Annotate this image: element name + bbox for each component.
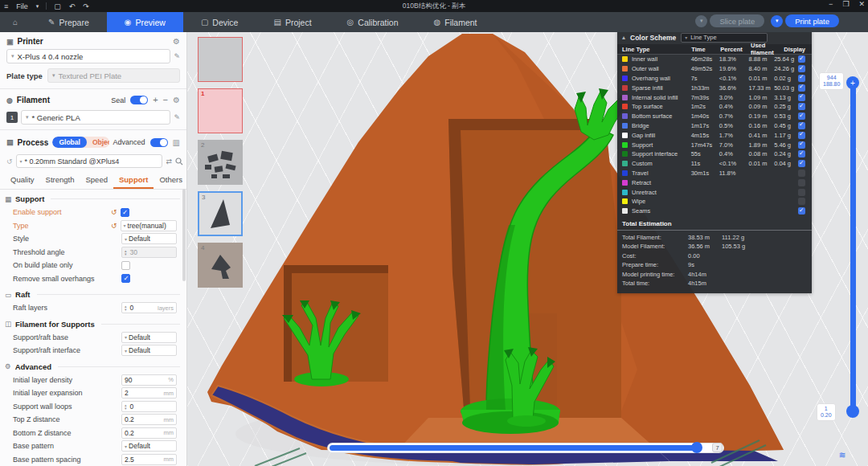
close-button[interactable]: ✕ [858,0,865,8]
display-checkbox[interactable] [798,112,805,120]
tab-home[interactable]: ⌂ [0,12,31,32]
display-checkbox[interactable] [798,75,805,82]
tab-strength[interactable]: Strength [40,173,80,189]
viewport-3d[interactable]: 1 2 3 4 ▴ Color Scheme ▾ Line Type Line … [187,32,868,466]
display-checkbox[interactable] [798,55,805,63]
support-raft-interface-select[interactable]: ▾Default [121,345,177,356]
reset-preset-icon[interactable]: ↺ [6,157,13,166]
new-project-icon[interactable]: ▢ [50,2,65,10]
maximize-button[interactable]: ❒ [842,0,849,8]
display-checkbox[interactable] [798,179,805,186]
line-type-time: 1m2s [691,103,719,110]
tab-project[interactable]: ▤Project [256,12,329,32]
tab-calibration[interactable]: ◎Calibration [330,12,416,32]
setting-input[interactable]: ▴▾ ▾ 0 [121,401,177,412]
move-slider-handle[interactable] [691,442,702,453]
enable-support-checkbox[interactable] [121,208,129,217]
filament-slot-badge[interactable]: 1 [6,112,18,123]
line-type-name: Retract [632,179,691,186]
move-slider-track[interactable] [330,445,699,451]
display-checkbox[interactable] [798,94,805,101]
layer-slider-track[interactable] [850,83,856,412]
plate-thumb-5[interactable]: 4 [198,243,243,288]
display-checkbox[interactable] [798,84,805,92]
display-checkbox[interactable] [798,150,805,157]
layer-slider-bottom-handle[interactable] [846,405,859,418]
tab-speed[interactable]: Speed [80,173,113,189]
tab-others[interactable]: Others [154,173,188,189]
filament-settings-gear-icon[interactable]: ⚙ [173,96,180,104]
setting-input[interactable]: ▴▾ ▾ 0.2 mm [121,414,177,425]
tab-support[interactable]: Support [113,173,154,189]
raft-layers-spinner[interactable]: ▴▾0layers [121,302,177,313]
layer-slider-top-handle[interactable]: + [846,76,859,89]
move-slider[interactable]: 7 [328,444,723,452]
seal-toggle[interactable] [130,96,148,104]
tab-quality[interactable]: Quality [5,173,40,189]
process-list-icon[interactable]: ▥ [173,138,180,147]
print-plate-button[interactable]: Print plate [785,14,839,27]
collapse-icon[interactable]: ▴ [622,34,625,41]
remove-filament-icon[interactable]: − [163,96,168,104]
objects-option[interactable]: Objects [87,137,109,148]
search-icon[interactable] [175,157,183,166]
support-raft-base-select[interactable]: ▾Default [121,332,177,343]
printer-settings-gear-icon[interactable]: ⚙ [173,37,180,46]
print-dropdown-icon[interactable]: ▾ [771,15,783,27]
undo-icon[interactable]: ↶ [65,2,80,10]
display-checkbox[interactable] [798,170,805,177]
view-mode-select[interactable]: ▾ Line Type [681,33,768,43]
support-style-select[interactable]: ▾Default [121,233,177,244]
tab-filament[interactable]: ◍Filament [416,12,495,32]
display-checkbox[interactable] [798,198,805,205]
add-filament-icon[interactable]: + [153,96,158,104]
plate-type-select[interactable]: ▾ Textured PEI Plate [47,68,180,83]
tab-prepare[interactable]: ✎Prepare [31,12,107,32]
plate-thumb-4-selected[interactable]: 3 [198,191,243,236]
display-checkbox[interactable] [798,132,805,139]
setting-input[interactable]: ▴▾ ▾ 2 mm [121,387,177,399]
global-option[interactable]: Global [52,137,86,148]
file-menu[interactable]: File [12,2,32,10]
slice-dropdown-icon[interactable]: ▾ [695,15,707,27]
printer-preset-select[interactable]: ▾ X-Plus 4 0.4 nozzle [6,49,170,63]
display-checkbox[interactable] [798,122,805,129]
display-checkbox[interactable] [798,189,805,196]
display-checkbox[interactable] [798,141,805,149]
process-preset-select[interactable]: ▾ * 0.20mm Standard @XPlus4 [16,154,163,168]
setting-input[interactable]: ▴▾ ▾ 90 % [121,374,177,386]
filament-preset-select[interactable]: ▾ * Generic PLA [21,110,170,125]
slice-plate-button[interactable]: Slice plate [710,14,764,27]
on-build-plate-only-checkbox[interactable] [121,261,130,270]
layer-range-slider[interactable]: + [846,76,859,418]
display-checkbox[interactable] [798,65,805,72]
tab-preview[interactable]: ◉Preview [107,12,183,32]
support-type-select[interactable]: ▾tree(manual) [121,220,177,231]
reset-icon[interactable]: ↺ [111,222,117,230]
remove-small-overhangs-checkbox[interactable] [121,274,130,283]
layers-view-icon[interactable]: ≋ [835,448,850,461]
advanced-toggle[interactable] [150,138,168,147]
edit-printer-icon[interactable]: ✎ [174,52,180,60]
panel-scrollbar[interactable] [182,189,186,281]
redo-icon[interactable]: ↷ [79,2,93,10]
minimize-button[interactable]: − [829,0,833,8]
setting-input[interactable]: ▴▾ ▾ 2.5 mm [121,454,177,465]
display-checkbox[interactable] [798,103,805,110]
edit-filament-icon[interactable]: ✎ [174,113,180,121]
display-checkbox[interactable] [798,160,805,167]
global-objects-switch[interactable]: Global Objects [52,137,108,148]
setting-input[interactable]: ▴▾ ▾ Default [121,440,177,452]
threshold-angle-spinner[interactable]: ▴▾30 [121,247,177,258]
transfer-preset-icon[interactable]: ⇄ [166,157,172,166]
plate-thumb-3[interactable]: 2 [198,140,243,185]
setting-input[interactable]: ▴▾ ▾ 0.2 mm [121,427,177,439]
plate-thumb-2[interactable]: 1 [198,88,243,133]
tab-device[interactable]: ▢Device [183,12,256,32]
hamburger-menu-icon[interactable]: ≡ [0,2,12,10]
plate-thumb-1[interactable] [198,37,243,82]
chevron-down-icon[interactable]: ▾ [32,3,43,10]
line-type-length: 8.88 m [749,55,775,63]
reset-icon[interactable]: ↺ [111,208,117,216]
display-checkbox[interactable] [798,207,805,215]
